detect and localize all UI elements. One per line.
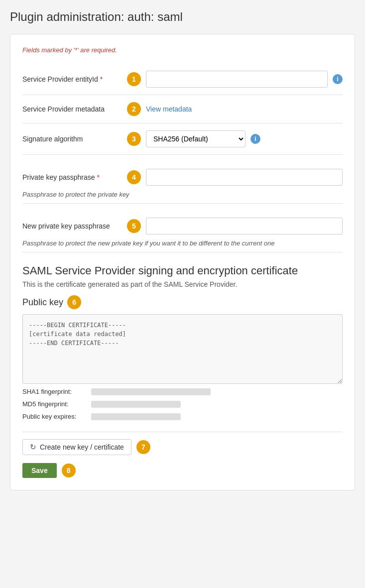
signature-algorithm-label: Signature algorithm — [22, 135, 122, 143]
create-cert-button[interactable]: ↻ Create new key / certificate — [22, 439, 131, 455]
expires-label: Public key expires: — [22, 413, 87, 420]
step-badge-2: 2 — [127, 102, 141, 116]
new-private-key-section: New private key passphrase 5 Passphrase … — [22, 204, 343, 252]
sha1-label: SHA1 fingerprint: — [22, 388, 87, 395]
metadata-label: Service Provider metadata — [22, 105, 122, 113]
expires-row: Public key expires: — [22, 410, 343, 423]
refresh-icon: ↻ — [30, 443, 36, 452]
page-title: Plugin administration: auth: saml — [10, 10, 355, 24]
action-row: ↻ Create new key / certificate 7 — [22, 432, 343, 455]
private-key-passphrase-input[interactable] — [146, 169, 343, 186]
save-row: Save 8 — [22, 463, 343, 478]
signature-algorithm-row: Signature algorithm 3 SHA256 (Default) S… — [22, 123, 343, 155]
new-private-key-row: New private key passphrase 5 — [22, 211, 343, 237]
required-fields-note: Fields marked by '*' are required. — [22, 46, 343, 54]
private-key-hint: Passphrase to protect the private key — [22, 189, 343, 203]
new-private-key-hint: Passphrase to protect the new private ke… — [22, 237, 343, 252]
metadata-row: Service Provider metadata 2 View metadat… — [22, 95, 343, 123]
step-badge-1: 1 — [127, 72, 141, 86]
create-cert-label: Create new key / certificate — [40, 443, 124, 451]
private-key-label: Private key passphrase * — [22, 173, 122, 181]
expires-value — [91, 413, 181, 420]
cert-textarea[interactable]: -----BEGIN CERTIFICATE----- [certificate… — [22, 314, 343, 384]
step-badge-4: 4 — [127, 170, 141, 184]
step-badge-6: 6 — [67, 295, 81, 309]
view-metadata-link[interactable]: View metadata — [146, 105, 192, 113]
new-private-key-passphrase-input[interactable] — [146, 218, 343, 235]
private-key-section: Private key passphrase * 4 Passphrase to… — [22, 155, 343, 204]
main-card: Fields marked by '*' are required. Servi… — [10, 34, 355, 490]
md5-value — [91, 401, 181, 408]
entity-id-info-icon[interactable]: i — [333, 74, 343, 84]
entity-id-input[interactable] — [146, 71, 328, 88]
sha1-row: SHA1 fingerprint: — [22, 385, 343, 398]
cert-section-desc: This is the certificate generated as par… — [22, 280, 343, 288]
public-key-label-row: Public key 6 — [22, 295, 343, 309]
step-badge-7: 7 — [136, 440, 150, 454]
new-private-key-label: New private key passphrase — [22, 222, 122, 230]
step-badge-8: 8 — [62, 464, 76, 477]
entity-id-label: Service Provider entityId * — [22, 75, 122, 83]
cert-section: SAML Service Provider signing and encryp… — [22, 264, 343, 478]
md5-row: MD5 fingerprint: — [22, 398, 343, 410]
cert-section-title: SAML Service Provider signing and encryp… — [22, 264, 343, 277]
public-key-label: Public key — [22, 297, 63, 308]
entity-id-row: Service Provider entityId * 1 i — [22, 64, 343, 95]
signature-algorithm-select[interactable]: SHA256 (Default) SHA384 SHA512 — [146, 130, 245, 147]
md5-label: MD5 fingerprint: — [22, 400, 87, 408]
sha1-value — [91, 388, 211, 395]
save-button[interactable]: Save — [22, 463, 57, 478]
step-badge-3: 3 — [127, 132, 141, 146]
step-badge-5: 5 — [127, 219, 141, 233]
signature-algorithm-info-icon[interactable]: i — [250, 134, 260, 144]
private-key-row: Private key passphrase * 4 — [22, 162, 343, 189]
